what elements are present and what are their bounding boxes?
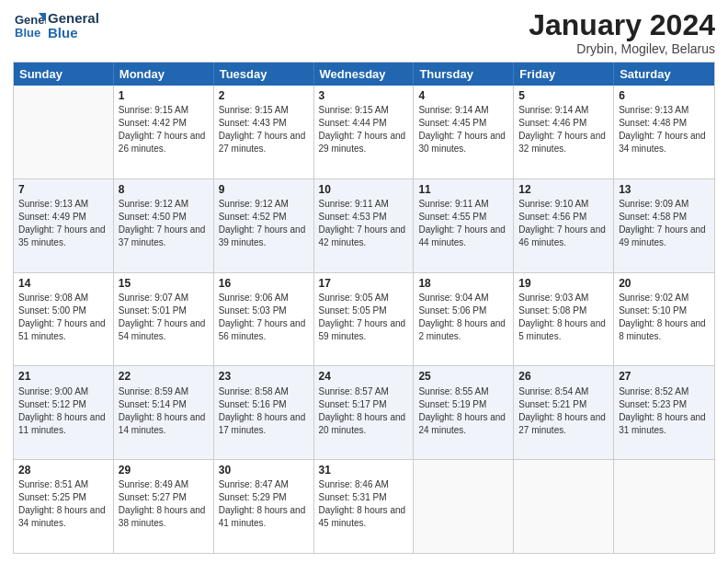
day-of-week-header: Thursday xyxy=(414,63,514,86)
calendar-cell: 26Sunrise: 8:54 AMSunset: 5:21 PMDayligh… xyxy=(514,366,614,459)
sun-info: Sunrise: 9:13 AMSunset: 4:48 PMDaylight:… xyxy=(619,104,710,155)
sun-info: Sunrise: 8:47 AMSunset: 5:29 PMDaylight:… xyxy=(219,478,309,530)
day-number: 19 xyxy=(518,276,609,291)
day-number: 11 xyxy=(418,182,508,197)
calendar-cell: 24Sunrise: 8:57 AMSunset: 5:17 PMDayligh… xyxy=(314,366,415,459)
day-number: 27 xyxy=(619,369,710,384)
calendar-cell: 3Sunrise: 9:15 AMSunset: 4:44 PMDaylight… xyxy=(314,86,415,178)
location: Drybin, Mogilev, Belarus xyxy=(529,41,715,56)
calendar-cell: 15Sunrise: 9:07 AMSunset: 5:01 PMDayligh… xyxy=(114,273,214,366)
sun-info: Sunrise: 9:15 AMSunset: 4:44 PMDaylight:… xyxy=(319,104,409,155)
day-number: 16 xyxy=(219,276,309,291)
sun-info: Sunrise: 8:58 AMSunset: 5:16 PMDaylight:… xyxy=(219,385,309,437)
day-number: 23 xyxy=(219,369,309,384)
day-number: 10 xyxy=(319,182,409,197)
day-of-week-header: Wednesday xyxy=(314,63,415,86)
calendar-cell: 21Sunrise: 9:00 AMSunset: 5:12 PMDayligh… xyxy=(14,366,114,459)
day-number: 29 xyxy=(119,463,209,477)
day-number: 17 xyxy=(319,276,409,291)
calendar-body: 1Sunrise: 9:15 AMSunset: 4:42 PMDaylight… xyxy=(14,86,714,553)
calendar-cell xyxy=(614,460,714,553)
calendar-cell: 6Sunrise: 9:13 AMSunset: 4:48 PMDaylight… xyxy=(614,86,714,178)
calendar-cell xyxy=(514,460,614,553)
calendar-cell: 31Sunrise: 8:46 AMSunset: 5:31 PMDayligh… xyxy=(314,460,415,553)
month-year: January 2024 xyxy=(529,9,715,41)
calendar-cell xyxy=(414,460,514,553)
logo: General Blue General Blue xyxy=(13,9,99,42)
day-number: 30 xyxy=(219,463,309,477)
sun-info: Sunrise: 9:07 AMSunset: 5:01 PMDaylight:… xyxy=(119,292,209,343)
day-of-week-header: Friday xyxy=(514,63,614,86)
page: General Blue General Blue January 2024 D… xyxy=(0,0,728,563)
calendar-cell: 4Sunrise: 9:14 AMSunset: 4:45 PMDaylight… xyxy=(414,86,514,178)
sun-info: Sunrise: 9:15 AMSunset: 4:42 PMDaylight:… xyxy=(119,104,209,155)
calendar-row: 21Sunrise: 9:00 AMSunset: 5:12 PMDayligh… xyxy=(14,365,714,459)
sun-info: Sunrise: 8:46 AMSunset: 5:31 PMDaylight:… xyxy=(319,478,409,530)
sun-info: Sunrise: 8:59 AMSunset: 5:14 PMDaylight:… xyxy=(119,385,209,437)
sun-info: Sunrise: 9:12 AMSunset: 4:52 PMDaylight:… xyxy=(219,198,309,249)
calendar-header: SundayMondayTuesdayWednesdayThursdayFrid… xyxy=(14,63,714,86)
sun-info: Sunrise: 9:15 AMSunset: 4:43 PMDaylight:… xyxy=(219,104,309,155)
day-number: 2 xyxy=(219,88,309,103)
calendar-cell: 14Sunrise: 9:08 AMSunset: 5:00 PMDayligh… xyxy=(14,273,114,366)
calendar-cell: 18Sunrise: 9:04 AMSunset: 5:06 PMDayligh… xyxy=(414,273,514,366)
calendar-cell: 22Sunrise: 8:59 AMSunset: 5:14 PMDayligh… xyxy=(114,366,214,459)
calendar-cell: 5Sunrise: 9:14 AMSunset: 4:46 PMDaylight… xyxy=(514,86,614,178)
sun-info: Sunrise: 9:03 AMSunset: 5:08 PMDaylight:… xyxy=(518,292,609,343)
calendar-cell: 25Sunrise: 8:55 AMSunset: 5:19 PMDayligh… xyxy=(414,366,514,459)
day-number: 9 xyxy=(219,182,309,197)
calendar-cell: 12Sunrise: 9:10 AMSunset: 4:56 PMDayligh… xyxy=(514,179,614,272)
sun-info: Sunrise: 9:02 AMSunset: 5:10 PMDaylight:… xyxy=(619,292,710,343)
day-number: 5 xyxy=(518,88,609,103)
day-number: 20 xyxy=(619,276,710,291)
calendar-cell xyxy=(14,86,114,178)
sun-info: Sunrise: 9:12 AMSunset: 4:50 PMDaylight:… xyxy=(119,198,209,249)
day-of-week-header: Sunday xyxy=(14,63,114,86)
sun-info: Sunrise: 8:51 AMSunset: 5:25 PMDaylight:… xyxy=(18,478,108,530)
calendar-cell: 7Sunrise: 9:13 AMSunset: 4:49 PMDaylight… xyxy=(14,179,114,272)
calendar-row: 28Sunrise: 8:51 AMSunset: 5:25 PMDayligh… xyxy=(14,459,714,553)
svg-text:Blue: Blue xyxy=(15,26,40,40)
header: General Blue General Blue January 2024 D… xyxy=(13,9,715,56)
sun-info: Sunrise: 9:08 AMSunset: 5:00 PMDaylight:… xyxy=(18,292,108,343)
calendar-cell: 27Sunrise: 8:52 AMSunset: 5:23 PMDayligh… xyxy=(614,366,714,459)
day-number: 3 xyxy=(319,88,409,103)
day-of-week-header: Monday xyxy=(114,63,214,86)
day-number: 15 xyxy=(119,276,209,291)
logo-icon: General Blue xyxy=(13,9,46,42)
logo-line1: General xyxy=(48,11,99,27)
calendar-cell: 20Sunrise: 9:02 AMSunset: 5:10 PMDayligh… xyxy=(614,273,714,366)
sun-info: Sunrise: 9:05 AMSunset: 5:05 PMDaylight:… xyxy=(319,292,409,343)
day-number: 22 xyxy=(119,369,209,384)
day-number: 31 xyxy=(319,463,409,477)
sun-info: Sunrise: 9:04 AMSunset: 5:06 PMDaylight:… xyxy=(418,292,508,343)
day-number: 28 xyxy=(18,463,108,477)
day-number: 14 xyxy=(18,276,108,291)
calendar-cell: 13Sunrise: 9:09 AMSunset: 4:58 PMDayligh… xyxy=(614,179,714,272)
calendar-cell: 29Sunrise: 8:49 AMSunset: 5:27 PMDayligh… xyxy=(114,460,214,553)
calendar-cell: 2Sunrise: 9:15 AMSunset: 4:43 PMDaylight… xyxy=(214,86,314,178)
day-number: 8 xyxy=(119,182,209,197)
day-number: 21 xyxy=(18,369,108,384)
day-number: 1 xyxy=(119,88,209,103)
sun-info: Sunrise: 9:13 AMSunset: 4:49 PMDaylight:… xyxy=(18,198,108,249)
calendar-row: 7Sunrise: 9:13 AMSunset: 4:49 PMDaylight… xyxy=(14,178,714,272)
sun-info: Sunrise: 8:52 AMSunset: 5:23 PMDaylight:… xyxy=(619,385,710,437)
sun-info: Sunrise: 9:06 AMSunset: 5:03 PMDaylight:… xyxy=(219,292,309,343)
day-of-week-header: Tuesday xyxy=(214,63,314,86)
day-number: 7 xyxy=(18,182,108,197)
calendar-cell: 19Sunrise: 9:03 AMSunset: 5:08 PMDayligh… xyxy=(514,273,614,366)
calendar-cell: 17Sunrise: 9:05 AMSunset: 5:05 PMDayligh… xyxy=(314,273,415,366)
calendar-cell: 28Sunrise: 8:51 AMSunset: 5:25 PMDayligh… xyxy=(14,460,114,553)
calendar-cell: 23Sunrise: 8:58 AMSunset: 5:16 PMDayligh… xyxy=(214,366,314,459)
calendar-cell: 10Sunrise: 9:11 AMSunset: 4:53 PMDayligh… xyxy=(314,179,415,272)
calendar-cell: 16Sunrise: 9:06 AMSunset: 5:03 PMDayligh… xyxy=(214,273,314,366)
day-number: 13 xyxy=(619,182,710,197)
day-number: 25 xyxy=(418,369,508,384)
sun-info: Sunrise: 9:14 AMSunset: 4:46 PMDaylight:… xyxy=(518,104,609,155)
sun-info: Sunrise: 9:00 AMSunset: 5:12 PMDaylight:… xyxy=(18,385,108,437)
day-number: 6 xyxy=(619,88,710,103)
calendar-cell: 30Sunrise: 8:47 AMSunset: 5:29 PMDayligh… xyxy=(214,460,314,553)
sun-info: Sunrise: 9:11 AMSunset: 4:55 PMDaylight:… xyxy=(418,198,508,249)
title-block: January 2024 Drybin, Mogilev, Belarus xyxy=(529,9,715,56)
